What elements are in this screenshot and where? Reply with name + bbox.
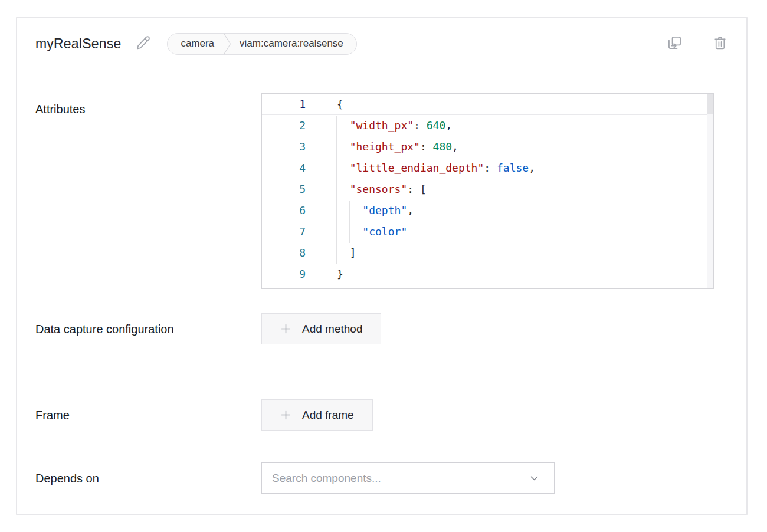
component-type-pill: camera viam:camera:realsense [167,33,356,55]
plus-icon [280,409,291,421]
component-card: myRealSense camera viam:camera:realsense [16,17,748,515]
frame-label-cell: Frame [35,399,261,431]
depends-on-label: Depends on [35,467,177,490]
frame-label: Frame [35,404,177,426]
code-line: 9} [262,264,713,285]
attributes-row: Attributes 1{2 "width_px": 640,3 "height… [35,93,746,289]
code-line: 3 "height_px": 480, [262,136,713,157]
line-number: 7 [262,221,306,242]
rename-button[interactable] [136,35,150,52]
code-line: 2 "width_px": 640, [262,115,713,136]
duplicate-button[interactable] [667,35,683,52]
depends-on-placeholder: Search components... [272,472,381,485]
line-number: 1 [262,94,306,114]
code-line: 8 ] [262,242,713,264]
line-number: 4 [262,157,306,179]
frame-row: Frame Add frame [35,399,746,431]
attributes-label-cell: Attributes [35,93,261,289]
line-number: 8 [262,242,306,264]
indent-guide [349,201,350,243]
delete-button[interactable] [713,35,727,52]
code-text: } [306,264,343,285]
code-text: "little_endian_depth": false, [306,157,535,179]
code-text: "color" [306,221,407,242]
component-model: viam:camera:realsense [231,38,356,50]
code-line: 5 "sensors": [ [262,179,713,200]
code-line: 6 "depth", [262,200,713,221]
line-number: 6 [262,200,306,221]
attributes-label: Attributes [35,98,177,120]
editor-scrollbar-thumb[interactable] [707,94,713,114]
component-body: Attributes 1{2 "width_px": 640,3 "height… [17,70,746,494]
indent-guide [336,116,337,264]
code-text: "height_px": 480, [306,136,458,157]
editor-scrollbar[interactable] [707,94,713,288]
add-method-label: Add method [302,323,362,336]
add-frame-label: Add frame [302,409,354,422]
line-number: 2 [262,115,306,136]
code-text: "depth", [306,200,414,221]
code-text: "width_px": 640, [306,115,452,136]
depends-on-label-cell: Depends on [35,462,261,494]
line-number: 9 [262,264,306,285]
duplicate-icon [667,35,683,52]
data-capture-label-cell: Data capture configuration [35,313,261,344]
line-number: 3 [262,136,306,157]
attributes-code-editor[interactable]: 1{2 "width_px": 640,3 "height_px": 480,4… [261,93,714,289]
breadcrumb-chevron-icon [223,33,231,55]
line-number: 5 [262,179,306,200]
data-capture-label: Data capture configuration [35,318,177,340]
component-category: camera [168,38,223,50]
code-lines: 1{2 "width_px": 640,3 "height_px": 480,4… [262,94,713,285]
code-line: 7 "color" [262,221,713,242]
chevron-down-icon [529,473,539,483]
pencil-icon [136,35,150,52]
add-method-button[interactable]: Add method [261,313,381,344]
code-line: 4 "little_endian_depth": false, [262,157,713,179]
component-name: myRealSense [35,36,121,52]
code-text: ] [306,242,356,264]
code-text: "sensors": [ [306,179,427,200]
component-header: myRealSense camera viam:camera:realsense [17,18,746,70]
code-line: 1{ [262,94,713,115]
data-capture-row: Data capture configuration Add method [35,313,746,344]
depends-on-select[interactable]: Search components... [261,462,555,494]
add-frame-button[interactable]: Add frame [261,399,373,431]
data-capture-control: Add method [261,313,381,344]
code-text: { [306,94,343,114]
frame-control: Add frame [261,399,373,431]
trash-icon [713,35,727,52]
depends-on-row: Depends on Search components... [35,462,746,494]
plus-icon [280,323,291,334]
